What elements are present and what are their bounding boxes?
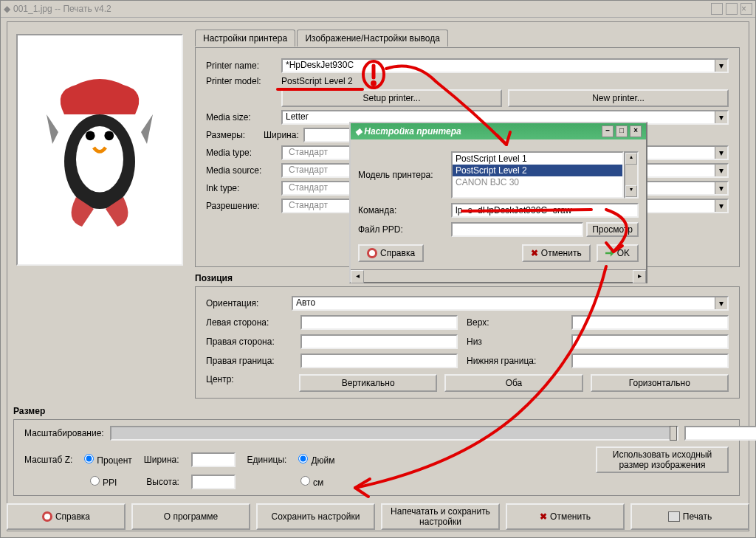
print-button[interactable]: Печать [630,503,749,530]
close-icon[interactable]: × [740,3,752,15]
left-margin-label: Левая сторона: [206,317,292,328]
window-titlebar: ◆ 001_1.jpg -- Печать v4.2 × [1,1,755,18]
print-and-save-button[interactable]: Напечатать и сохранить настройки [381,503,500,530]
svg-point-2 [86,131,95,140]
chevron-right-icon: ▸ [633,270,646,283]
center-horizontal-button[interactable]: Горизонтально [591,374,729,392]
browse-button[interactable]: Просмотр [586,222,639,237]
chevron-down-icon[interactable]: ▾ [715,111,727,123]
popup-command-label: Команда: [358,205,451,215]
close-icon[interactable]: × [630,125,642,137]
popup-cancel-button[interactable]: ✖Отменить [522,244,591,262]
chevron-down-icon: ▾ [625,185,637,197]
bottom-bound-label: Нижняя граница: [467,356,563,366]
image-preview [16,34,183,266]
width-label: Ширина: [264,130,299,140]
printer-model-list[interactable]: PostScript Level 1 PostScript Level 2 CA… [451,151,624,199]
units-label: Единицы: [247,455,287,465]
maximize-icon[interactable]: □ [616,125,628,137]
height-label: Высота: [146,477,179,487]
cm-radio[interactable]: см [300,476,323,488]
tab-printer-settings[interactable]: Настройки принтера [195,30,295,46]
dialog-titlebar: ◆ Настройка принтера – □ × [351,123,646,139]
popup-ppd-label: Файл PPD: [358,224,451,235]
scaling-slider[interactable] [110,426,678,441]
window-title: 001_1.jpg -- Печать v4.2 [13,4,111,14]
new-printer-button[interactable]: New printer... [508,89,729,107]
printer-name-combo[interactable]: *HpDeskJet930C▾ [281,58,729,73]
bottom-bound-input[interactable] [571,354,729,368]
ppd-input[interactable] [451,222,583,237]
lifering-icon [42,511,52,522]
right-margin-label: Правая сторона: [206,337,292,347]
popup-ok-button[interactable]: OK [597,244,639,262]
help-button[interactable]: Справка [7,503,126,530]
printer-name-label: Printer name: [206,61,281,71]
chevron-down-icon[interactable]: ▾ [715,147,727,159]
center-vertical-button[interactable]: Вертикально [299,374,437,392]
ppi-radio[interactable]: PPI [90,476,117,488]
cancel-button[interactable]: ✖Отменить [506,503,625,530]
popup-help-button[interactable]: Справка [358,244,424,262]
preview-image-icon [41,61,159,238]
width-input-2[interactable] [191,452,236,467]
chevron-down-icon[interactable]: ▾ [715,200,727,212]
right-bound-input[interactable] [300,354,458,368]
command-input[interactable] [451,203,639,218]
horizontal-scrollbar[interactable]: ◂▸ [351,269,646,282]
tab-output-settings[interactable]: Изображение/Настройки вывода [297,30,447,46]
save-settings-button[interactable]: Сохранить настройки [256,503,375,530]
chevron-up-icon: ▴ [625,153,637,165]
bottom-margin-label: Низ [467,337,563,347]
bottom-margin-input[interactable] [571,334,729,349]
printer-model-label: Printer model: [206,76,281,86]
maximize-icon[interactable] [726,3,738,15]
left-margin-input[interactable] [300,315,458,330]
center-label: Центр: [206,374,292,392]
use-original-size-button[interactable]: Использовать исходный размер изображения [596,446,729,473]
printer-model-value: PostScript Level 2 [281,76,353,86]
about-button[interactable]: О программе [131,503,250,530]
chevron-down-icon[interactable]: ▾ [715,297,727,309]
printer-setup-dialog: ◆ Настройка принтера – □ × Модель принте… [349,122,647,283]
orientation-combo[interactable]: Авто▾ [292,296,729,311]
scaling-label: Масштабирование: [24,428,104,438]
size-section-title: Размер [13,406,740,416]
dims-label: Размеры: [206,130,264,140]
setup-printer-button[interactable]: Setup printer... [281,89,502,107]
center-both-button[interactable]: Оба [444,374,583,392]
svg-point-1 [76,126,123,193]
list-item-selected[interactable]: PostScript Level 2 [453,165,622,176]
top-margin-label: Верх: [467,317,563,328]
svg-point-3 [104,131,114,140]
list-item[interactable]: PostScript Level 1 [453,153,622,165]
right-bound-label: Правая граница: [206,356,292,366]
printer-icon [668,511,680,522]
resolution-label: Разрешение: [206,201,281,211]
minimize-icon[interactable] [711,3,723,15]
chevron-down-icon[interactable]: ▾ [715,165,727,176]
check-icon [605,249,614,258]
top-margin-input[interactable] [571,315,729,330]
popup-model-label: Модель принтера: [358,170,451,180]
percent-radio[interactable]: Процент [84,454,132,466]
ink-type-label: Ink type: [206,183,281,193]
media-size-label: Media size: [206,112,281,123]
chevron-down-icon[interactable]: ▾ [715,60,727,72]
chevron-left-icon: ◂ [351,270,364,283]
list-item[interactable]: CANON BJC 30 [453,176,622,188]
minimize-icon[interactable]: – [602,125,614,137]
scalez-label: Масштаб Z: [24,455,72,465]
scrollbar[interactable]: ▴▾ [624,151,639,199]
right-margin-input[interactable] [300,334,458,349]
lifering-icon [367,248,377,258]
height-input[interactable] [191,475,236,489]
media-type-label: Media type: [206,148,281,158]
chevron-down-icon[interactable]: ▾ [715,182,727,194]
inch-radio[interactable]: Дюйм [298,454,334,466]
media-source-label: Media source: [206,165,281,176]
scaling-spinbox[interactable]: ▴▾ [684,426,729,441]
x-icon: ✖ [531,248,538,258]
width-label-2: Ширина: [144,455,179,465]
x-icon: ✖ [540,511,547,522]
